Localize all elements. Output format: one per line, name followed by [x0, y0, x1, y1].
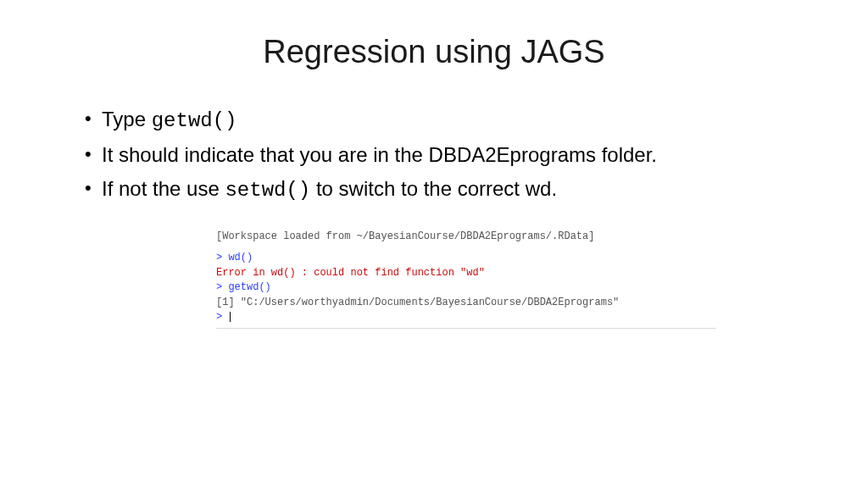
bullet-item-2: It should indicate that you are in the D…	[85, 140, 792, 170]
console-workspace-message: [Workspace loaded from ~/BayesianCourse/…	[216, 230, 716, 244]
bullet-item-3: If not the use setwd() to switch to the …	[85, 174, 792, 206]
console-error: Error in wd() : could not find function …	[216, 266, 716, 280]
bullet-3-pre: If not the use	[102, 177, 225, 200]
bullet-1-code: getwd()	[152, 109, 237, 132]
console-prompt: >	[216, 311, 228, 323]
cursor-icon	[230, 312, 231, 322]
console-prompt: >	[216, 252, 228, 263]
console-wd-call: wd()	[228, 252, 253, 263]
bullet-2-text: It should indicate that you are in the D…	[102, 143, 657, 166]
bullet-3-post: to switch to the correct wd.	[310, 177, 557, 200]
bullet-1-text: Type	[102, 108, 152, 130]
r-console-output: [Workspace loaded from ~/BayesianCourse/…	[216, 230, 716, 329]
console-prompt: >	[216, 281, 228, 293]
slide-title: Regression using JAGS	[76, 34, 792, 70]
console-empty-prompt: >	[216, 310, 716, 324]
bullet-3-code: setwd()	[225, 179, 310, 202]
console-line-getwd: > getwd()	[216, 280, 716, 295]
console-line-wd: > wd()	[216, 251, 716, 265]
console-result: [1] "C:/Users/worthyadmin/Documents/Baye…	[216, 296, 716, 310]
bullet-list: Type getwd() It should indicate that you…	[76, 104, 792, 206]
bullet-item-1: Type getwd()	[85, 104, 792, 136]
console-getwd-call: getwd()	[228, 281, 270, 293]
